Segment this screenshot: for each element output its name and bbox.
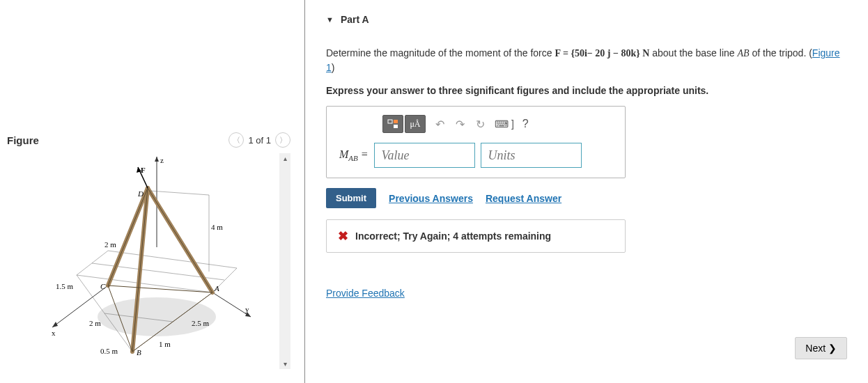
scroll-up-icon[interactable]: ▴ [284,153,287,164]
part-header[interactable]: ▼ Part A [326,14,847,25]
incorrect-icon: ✖ [338,228,348,244]
instruction-text: Express your answer to three significant… [326,85,847,96]
point-a-label: A [214,284,219,292]
axis-y-label: y [245,305,249,313]
feedback-message: Incorrect; Try Again; 4 attempts remaini… [355,230,551,242]
scroll-down-icon[interactable]: ▾ [284,359,287,369]
svg-rect-29 [394,120,398,123]
figure-pager: 〈 1 of 1 〉 [228,132,290,148]
dim-2m-bot: 2 m [89,319,101,327]
undo-button[interactable]: ↶ [434,118,446,131]
collapse-icon: ▼ [326,15,334,24]
keyboard-button[interactable]: ⌨ ] [495,118,514,130]
feedback-box: ✖ Incorrect; Try Again; 4 attempts remai… [326,219,626,253]
dim-4m: 4 m [211,223,223,231]
reset-button[interactable]: ↻ [474,118,486,131]
figure-box: z x y F D C A B 4 m 2 m 1.5 m 2 m 2.5 m … [7,153,290,369]
answer-toolbar: μÅ ↶ ↷ ↻ ⌨ ] ? [382,115,612,133]
dim-25m: 2.5 m [192,319,210,327]
previous-answers-link[interactable]: Previous Answers [389,193,473,204]
tripod-figure: z x y F D C A B 4 m 2 m 1.5 m 2 m 2.5 m … [35,153,279,369]
svg-rect-30 [394,125,398,128]
answer-label: MAB = [339,148,369,162]
units-input[interactable] [481,143,582,168]
dim-2m-top: 2 m [104,240,116,249]
problem-suffix: of the tripod. ( [750,47,812,58]
units-button[interactable]: μÅ [405,115,426,133]
value-input[interactable] [374,143,475,168]
svg-marker-2 [155,157,159,162]
line-ab: AB [737,48,749,58]
axis-x-label: x [52,329,56,337]
request-answer-link[interactable]: Request Answer [486,193,561,204]
svg-line-22 [108,286,212,292]
dim-1m: 1 m [159,340,171,348]
help-button[interactable]: ? [522,118,529,130]
svg-line-27 [150,191,209,195]
problem-end: ) [332,62,335,73]
answer-box: μÅ ↶ ↷ ↻ ⌨ ] ? MAB = [326,106,626,178]
question-panel: ▼ Part A Determine the magnitude of the … [305,0,868,383]
problem-text: Determine the magnitude of the moment of… [326,46,847,75]
submit-row: Submit Previous Answers Request Answer [326,188,847,208]
part-title: Part A [341,14,369,25]
problem-mid: about the base line [649,47,737,58]
force-expression: F = {50i− 20 j − 80k} N [555,48,649,58]
provide-feedback-link[interactable]: Provide Feedback [326,288,847,299]
problem-prefix: Determine the magnitude of the moment of… [326,47,555,58]
next-button[interactable]: Next ❯ [795,337,847,359]
pager-prev-button[interactable]: 〈 [228,132,244,148]
figure-title: Figure [7,134,39,146]
svg-line-19 [148,188,212,292]
point-b-label: B [137,348,141,357]
redo-button[interactable]: ↷ [454,118,466,131]
pager-next-button[interactable]: 〉 [275,132,290,148]
svg-marker-4 [52,322,58,327]
point-c-label: C [100,282,106,290]
dim-15m: 1.5 m [56,282,74,290]
pager-text: 1 of 1 [248,135,271,146]
force-label: F [141,166,146,174]
point-d-label: D [137,189,144,198]
figure-scrollbar[interactable]: ▴ ▾ [279,153,290,369]
svg-line-9 [108,251,237,268]
axis-z-label: z [160,156,164,164]
svg-line-8 [77,251,108,275]
figure-panel: Figure 〈 1 of 1 〉 [0,0,305,383]
submit-button[interactable]: Submit [326,188,376,208]
svg-line-7 [77,275,212,292]
svg-rect-28 [388,120,392,123]
dim-05m: 0.5 m [100,347,118,355]
templates-button[interactable] [382,115,403,133]
